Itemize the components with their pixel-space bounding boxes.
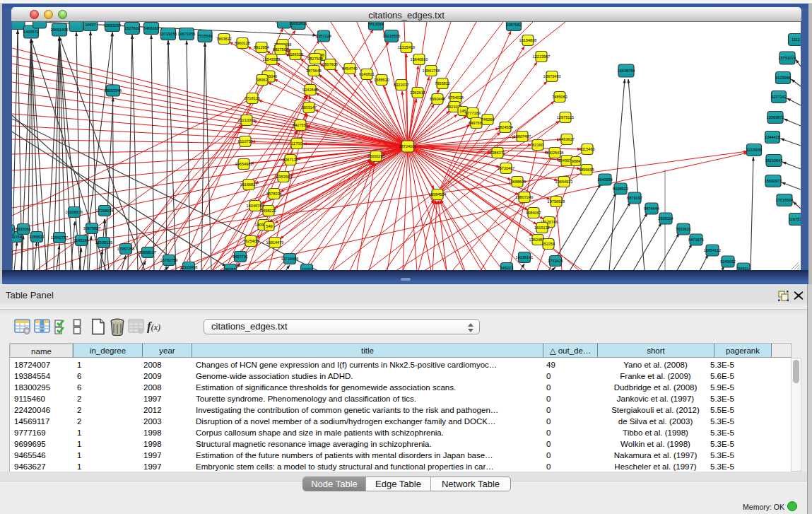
svg-text:9463627: 9463627 [559,137,575,141]
svg-text:9657791: 9657791 [233,255,248,259]
svg-text:9129966: 9129966 [775,76,791,80]
svg-text:10961758: 10961758 [423,69,440,73]
svg-text:10653267: 10653267 [104,23,122,28]
svg-text:1588520: 1588520 [374,78,389,82]
svg-text:20206576: 20206576 [66,210,83,214]
svg-text:15751074: 15751074 [779,56,796,60]
svg-text:1145194: 1145194 [73,238,88,243]
svg-text:11325419: 11325419 [398,45,415,49]
svg-text:9827508: 9827508 [307,57,323,61]
svg-text:16210643: 16210643 [765,158,783,163]
svg-text:2087682: 2087682 [506,23,522,27]
svg-text:30975887: 30975887 [83,226,101,230]
svg-text:1244415: 1244415 [765,135,780,139]
svg-text:17016504: 17016504 [776,198,794,202]
svg-text:7955812: 7955812 [435,81,450,86]
svg-text:15640910: 15640910 [411,57,428,62]
svg-text:9245652: 9245652 [720,259,736,264]
svg-text:10807487: 10807487 [514,134,531,139]
svg-text:12942757: 12942757 [51,235,69,240]
svg-text:11700: 11700 [291,141,302,146]
svg-text:98963: 98963 [257,78,268,82]
svg-text:9115460: 9115460 [579,147,594,151]
svg-text:94501: 94501 [738,267,749,270]
svg-text:1640954: 1640954 [597,177,613,182]
svg-text:3875645: 3875645 [306,69,322,73]
svg-text:16154808: 16154808 [519,38,537,42]
svg-text:145223: 145223 [500,266,514,270]
svg-text:6879197: 6879197 [627,196,642,200]
svg-text:12975115: 12975115 [557,115,574,119]
svg-text:12213967: 12213967 [533,54,551,59]
svg-text:19166827: 19166827 [240,182,258,187]
svg-text:12505135: 12505135 [95,240,113,245]
svg-text:3498222: 3498222 [261,209,276,213]
svg-text:12323468: 12323468 [180,265,198,269]
svg-text:7625402: 7625402 [243,239,259,243]
svg-text:7515545: 7515545 [197,34,213,38]
svg-text:10671355: 10671355 [178,32,196,36]
svg-text:17957255: 17957255 [117,247,135,251]
svg-text:20691406: 20691406 [51,28,69,32]
svg-text:13716485: 13716485 [281,257,299,261]
svg-text:14136141: 14136141 [516,255,534,259]
svg-text:9474444: 9474444 [644,206,659,211]
svg-text:16543382: 16543382 [263,57,281,62]
svg-text:1167533: 1167533 [789,217,801,221]
svg-text:19384554: 19384554 [429,192,447,197]
svg-text:9777169: 9777169 [465,111,481,115]
svg-text:19756928: 19756928 [548,199,565,204]
svg-text:12213369: 12213369 [238,118,256,122]
svg-text:16648784: 16648784 [618,69,635,73]
svg-text:1156829: 1156829 [29,235,44,239]
svg-text:12093872: 12093872 [767,115,784,119]
svg-text:8322037: 8322037 [394,83,409,87]
svg-text:9146821: 9146821 [359,72,375,76]
svg-text:3215955: 3215955 [746,148,762,152]
svg-text:9884: 9884 [572,159,580,163]
svg-text:62160: 62160 [532,143,543,147]
svg-text:549: 549 [266,224,272,228]
svg-text:15720407: 15720407 [498,166,515,170]
svg-text:1010755: 1010755 [237,139,253,144]
svg-text:1615132: 1615132 [534,226,550,230]
svg-text:7663822: 7663822 [216,37,232,41]
svg-text:29053346: 29053346 [105,88,122,93]
svg-text:1733426: 1733426 [548,259,563,263]
svg-text:9242848: 9242848 [302,88,318,92]
svg-text:2803147: 2803147 [301,105,317,110]
svg-text:13654923: 13654923 [555,180,573,184]
svg-text:19218506: 19218506 [383,34,401,38]
svg-text:96085: 96085 [225,267,236,270]
svg-text:10958107: 10958107 [139,250,157,255]
svg-text:17359934: 17359934 [96,209,114,213]
svg-text:8454749: 8454749 [342,66,358,71]
svg-text:10973493: 10973493 [543,74,561,78]
svg-text:8471676: 8471676 [688,238,704,242]
svg-text:16914479: 16914479 [266,240,284,245]
svg-text:16782759: 16782759 [160,258,178,262]
svg-text:10688609: 10688609 [509,180,526,184]
svg-text:6466160: 6466160 [143,26,159,30]
svg-text:1527602: 1527602 [124,26,140,30]
svg-text:8813054: 8813054 [368,22,384,26]
svg-text:9084067: 9084067 [526,211,541,215]
svg-text:10025438: 10025438 [546,151,564,155]
svg-text:7632621: 7632621 [676,227,691,231]
svg-text:2867608: 2867608 [322,62,338,66]
svg-text:11353594: 11353594 [275,175,292,179]
svg-text:6794028: 6794028 [448,95,464,100]
svg-text:1405572: 1405572 [23,30,39,34]
svg-text:8960128: 8960128 [235,41,250,45]
svg-text:19654983: 19654983 [235,162,253,166]
svg-text:6899695: 6899695 [579,168,594,172]
svg-text:9827503: 9827503 [273,47,288,52]
svg-text:7386372: 7386372 [490,151,505,155]
svg-text:2718126: 2718126 [245,96,260,100]
svg-text:8990448: 8990448 [430,97,445,101]
svg-text:8912954: 8912954 [254,45,269,49]
svg-text:1362615: 1362615 [410,90,425,95]
svg-text:2935114: 2935114 [658,216,673,221]
svg-text:9227342: 9227342 [771,95,787,99]
svg-text:10654112: 10654112 [704,248,721,252]
